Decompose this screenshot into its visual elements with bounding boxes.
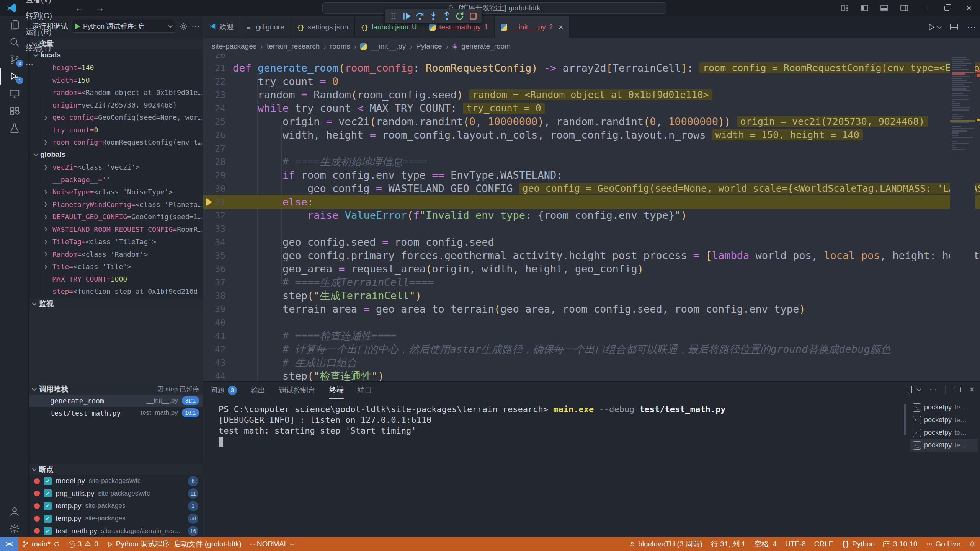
statusbar-item-golive[interactable]: Go Live bbox=[922, 537, 965, 551]
panel-tab-终端[interactable]: 终端 bbox=[329, 382, 344, 399]
code-line-28[interactable]: 28 # ====生成初始地理信息==== bbox=[203, 155, 980, 168]
terminal-session[interactable]: >_pocketpyte… bbox=[910, 439, 978, 452]
stop-icon[interactable] bbox=[467, 10, 479, 22]
more-actions-icon[interactable]: ⋯ bbox=[967, 22, 976, 33]
variable-row[interactable]: width = 150 bbox=[29, 74, 203, 86]
terminal-session[interactable]: >_pocketpyte… bbox=[910, 414, 978, 426]
variable-row[interactable]: ❯Random = <class 'Random'> bbox=[29, 248, 203, 261]
menu-item[interactable]: ··· bbox=[21, 56, 57, 72]
close-icon[interactable]: × bbox=[958, 0, 980, 16]
variable-row[interactable]: ❯NoiseType = <class 'NoiseType'> bbox=[29, 186, 203, 199]
step-out-icon[interactable] bbox=[441, 10, 452, 22]
variable-row[interactable]: step = <function step at 0x1bf9cd216d bbox=[29, 285, 203, 298]
tab-settings.json[interactable]: {}settings.json bbox=[291, 16, 355, 38]
statusbar-item-UTF-8[interactable]: UTF-8 bbox=[781, 537, 810, 551]
close-icon[interactable]: × bbox=[559, 23, 563, 32]
panel-tab-端口[interactable]: 端口 bbox=[358, 382, 372, 399]
code-line-32[interactable]: 32 raise ValueError(f"Invalid env type: … bbox=[203, 209, 980, 222]
menu-item[interactable]: 转到(G) bbox=[21, 8, 57, 24]
code-line-20[interactable]: 20 bbox=[203, 54, 980, 61]
code-line-33[interactable]: 33 bbox=[203, 222, 980, 235]
variable-row[interactable]: MAX_TRY_COUNT = 1000 bbox=[29, 273, 203, 285]
breakpoint-row[interactable]: ✓test_math.pysite-packages\terrain_res…1… bbox=[29, 525, 203, 537]
run-python-file-button[interactable] bbox=[927, 23, 941, 31]
code-line-30[interactable]: 30 geo_config = WASTELAND_GEO_CONFIGgeo_… bbox=[203, 182, 980, 195]
breadcrumb-item[interactable]: terrain_research bbox=[267, 42, 320, 51]
breakpoints-section-header[interactable]: 断点 bbox=[29, 464, 203, 475]
continue-icon[interactable] bbox=[401, 10, 413, 22]
code-line-22[interactable]: 22 try_count = 0 bbox=[203, 75, 980, 88]
tab-__init__.py[interactable]: __init__.py2× bbox=[495, 16, 570, 38]
code-line-29[interactable]: 29 if room_config.env_type == EnvType.WA… bbox=[203, 168, 980, 182]
menu-item[interactable]: 终端(T) bbox=[21, 40, 57, 56]
variable-row[interactable]: random = <Random object at 0x1bf9d01e… bbox=[29, 86, 203, 99]
statusbar-item-problems[interactable]: ×30 bbox=[64, 537, 103, 551]
code-line-43[interactable]: 43 # 生成出口组合 bbox=[203, 356, 980, 369]
more-actions-icon[interactable]: ⋯ bbox=[191, 21, 200, 31]
more-actions-icon[interactable]: ⋯ bbox=[929, 385, 937, 394]
variable-row[interactable]: origin = vec2i(7205730, 9024468) bbox=[29, 99, 203, 111]
panel-tab-问题[interactable]: 问题3 bbox=[210, 382, 237, 399]
terminal-output[interactable]: PS C:\computer_science\godot-ldtk\site-p… bbox=[219, 404, 908, 447]
code-line-31[interactable]: 31 else: bbox=[203, 195, 980, 209]
statusbar-item-CRLF[interactable]: CRLF bbox=[810, 537, 838, 551]
statusbar-item-行 31, 列 1[interactable]: 行 31, 列 1 bbox=[707, 537, 750, 551]
code-line-25[interactable]: 25 origin = vec2i(random.randint(0, 1000… bbox=[203, 115, 980, 128]
forward-icon[interactable]: → bbox=[95, 3, 105, 13]
step-into-icon[interactable] bbox=[428, 10, 439, 22]
restore-icon[interactable] bbox=[936, 0, 958, 16]
statusbar-item-bell[interactable] bbox=[965, 537, 980, 551]
breadcrumb-item[interactable]: __init__.py bbox=[371, 42, 406, 51]
breakpoint-row[interactable]: ✓temp.pysite-packages1 bbox=[29, 500, 203, 512]
breakpoint-checkbox[interactable]: ✓ bbox=[44, 477, 52, 485]
code-line-41[interactable]: 41 # ====检查连通性==== bbox=[203, 329, 980, 342]
statusbar-item-blame[interactable]: blueloveTH (3 周前) bbox=[625, 537, 707, 551]
variable-row[interactable]: ❯geo_config = GeoConfig(seed=None, wor… bbox=[29, 111, 203, 124]
toggle-sidebar-icon[interactable] bbox=[860, 3, 869, 13]
code-line-24[interactable]: 24 while try_count < MAX_TRY_COUNT:try_c… bbox=[203, 101, 980, 115]
panel-tab-调试控制台[interactable]: 调试控制台 bbox=[279, 382, 315, 399]
variable-row[interactable]: ❯Tile = <class 'Tile'> bbox=[29, 261, 203, 273]
code-line-39[interactable]: 39 terrain_area = geo_area_to_terrain(ge… bbox=[203, 302, 980, 316]
split-terminal-icon[interactable] bbox=[908, 386, 921, 393]
code-line-42[interactable]: 42 # 计算每一个出口的中心，然后使用astar生成路径，确保每一个出口组合都… bbox=[203, 342, 980, 356]
code-line-34[interactable]: 34 geo_config.seed = room_config.seed bbox=[203, 235, 980, 249]
variable-row[interactable]: ❯WASTELAND_ROOM_REQUEST_CONFIG = RoomR… bbox=[29, 223, 203, 236]
menu-item[interactable]: 运行(R) bbox=[21, 24, 57, 40]
breakpoint-checkbox[interactable]: ✓ bbox=[44, 527, 52, 535]
breakpoint-row[interactable]: ✓model.pysite-packages\wfc6 bbox=[29, 475, 203, 487]
toggle-panel-icon[interactable] bbox=[880, 3, 889, 13]
variables-group-globals[interactable]: globals bbox=[29, 148, 203, 161]
code-line-21[interactable]: 21def generate_room(room_config: RoomReq… bbox=[203, 61, 980, 75]
restart-icon[interactable] bbox=[454, 10, 466, 22]
terminal-session[interactable]: >_pocketpyte… bbox=[910, 426, 978, 439]
tab-.gdignore[interactable]: ≡.gdignore bbox=[240, 16, 291, 38]
minimap[interactable] bbox=[950, 54, 975, 398]
breadcrumb-item[interactable]: site-packages bbox=[212, 42, 256, 51]
start-debug-icon[interactable] bbox=[75, 23, 80, 29]
gear-icon[interactable] bbox=[179, 22, 188, 31]
statusbar-item--- NORMAL --[interactable]: -- NORMAL -- bbox=[246, 537, 299, 551]
debug-config-dropdown[interactable]: Python 调试程序: 启 bbox=[72, 20, 175, 33]
activity-settings-icon[interactable] bbox=[0, 520, 29, 537]
statusbar-item-空格: 4[interactable]: 空格: 4 bbox=[750, 537, 781, 551]
breakpoint-row[interactable]: ✓temp.pysite-packages58 bbox=[29, 512, 203, 525]
activity-extensions-icon[interactable] bbox=[0, 102, 29, 119]
code-line-23[interactable]: 23 random = Random(room_config.seed)rand… bbox=[203, 88, 980, 101]
code-line-40[interactable]: 40 bbox=[203, 316, 980, 329]
activity-testing-icon[interactable] bbox=[0, 119, 29, 137]
breadcrumb-item[interactable]: rooms bbox=[330, 42, 350, 51]
tab-欢迎[interactable]: 欢迎 bbox=[203, 16, 240, 38]
activity-accounts-icon[interactable] bbox=[0, 503, 29, 520]
command-center-search[interactable]: [扩展开发宿主] godot-ldtk bbox=[322, 2, 666, 14]
code-line-27[interactable]: 27 bbox=[203, 142, 980, 155]
variable-row[interactable]: ❯PlanetaryWindConfig = <class 'Planeta… bbox=[29, 198, 203, 211]
code-line-35[interactable]: 35 geo_config.primary_forces.geothermal_… bbox=[203, 249, 980, 262]
variable-row[interactable]: ❯DEFAULT_GEO_CONFIG = GeoConfig(seed=1… bbox=[29, 211, 203, 223]
breakpoint-checkbox[interactable]: ✓ bbox=[44, 489, 52, 497]
variable-row[interactable]: __package__ = '' bbox=[29, 173, 203, 186]
breakpoint-checkbox[interactable]: ✓ bbox=[44, 515, 52, 523]
minimize-icon[interactable] bbox=[913, 0, 936, 16]
variable-row[interactable]: try_count = 0 bbox=[29, 124, 203, 136]
call-stack-section-header[interactable]: 调用堆栈 因 step 已暂停 bbox=[29, 384, 203, 395]
